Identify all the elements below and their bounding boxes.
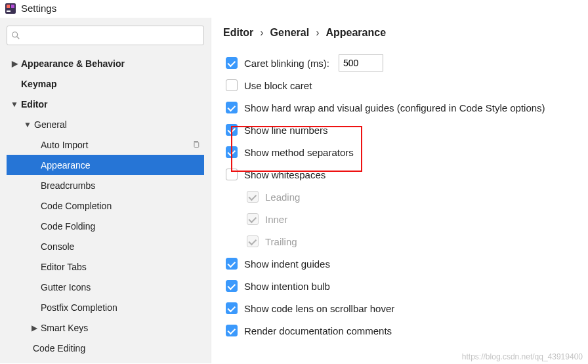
search-icon <box>11 31 20 40</box>
option-label: Show hard wrap and visual guides (config… <box>244 102 545 113</box>
option-hard-wrap: Show hard wrap and visual guides (config… <box>223 96 576 119</box>
leading-checkbox <box>247 191 259 203</box>
search-input[interactable] <box>7 26 204 45</box>
intention-bulb-checkbox[interactable] <box>226 280 238 292</box>
sidebar-item-label: Keymap <box>21 79 56 89</box>
sidebar-item-general[interactable]: ▼ General <box>7 114 204 134</box>
option-inner: Inner <box>223 208 576 230</box>
option-label: Show code lens on scrollbar hover <box>244 303 394 314</box>
svg-rect-2 <box>11 5 14 8</box>
sidebar-item-label: Breadcrumbs <box>41 180 95 191</box>
option-label: Inner <box>265 214 287 225</box>
sidebar-item-code-editing[interactable]: Code Editing <box>7 338 204 358</box>
sidebar-item-label: General <box>34 119 67 130</box>
option-block-caret: Use block caret <box>223 74 576 96</box>
option-trailing: Trailing <box>223 230 576 253</box>
svg-point-4 <box>12 32 18 37</box>
sidebar-item-label: Auto Import <box>41 140 88 150</box>
window-title: Settings <box>21 3 56 14</box>
svg-rect-1 <box>7 5 10 8</box>
search-wrap <box>7 26 204 45</box>
svg-line-5 <box>17 37 20 39</box>
option-caret-blinking: Caret blinking (ms): <box>223 52 576 74</box>
option-label: Show method separators <box>244 147 354 158</box>
sidebar-item-label: Console <box>41 241 74 252</box>
option-label: Use block caret <box>244 80 312 91</box>
sidebar-item-keymap[interactable]: Keymap <box>7 73 204 94</box>
sidebar-item-breadcrumbs[interactable]: Breadcrumbs <box>7 175 204 195</box>
sidebar-item-appearance[interactable]: Appearance <box>7 155 204 175</box>
option-label: Trailing <box>265 236 297 247</box>
breadcrumb-item[interactable]: General <box>270 27 310 39</box>
sidebar-item-gutter-icons[interactable]: Gutter Icons <box>7 277 204 297</box>
sidebar-item-auto-import[interactable]: Auto Import <box>7 134 204 155</box>
breadcrumb: Editor › General › Appearance <box>223 27 576 39</box>
option-whitespaces: Show whitespaces <box>223 163 576 186</box>
sidebar-item-editor[interactable]: ▼ Editor <box>7 94 204 114</box>
sidebar-item-label: Editor Tabs <box>41 262 87 272</box>
option-label: Show indent guides <box>244 258 330 270</box>
option-label: Show line numbers <box>244 125 328 136</box>
option-indent-guides: Show indent guides <box>223 253 576 275</box>
method-separators-checkbox[interactable] <box>226 146 238 158</box>
code-lens-checkbox[interactable] <box>226 302 238 314</box>
chevron-right-icon: ▶ <box>10 59 18 68</box>
option-label: Leading <box>265 192 300 203</box>
sidebar-item-appearance-behavior[interactable]: ▶ Appearance & Behavior <box>7 53 204 73</box>
chevron-down-icon: ▼ <box>24 120 32 129</box>
app-icon <box>5 3 16 14</box>
breadcrumb-item[interactable]: Editor <box>223 27 253 39</box>
chevron-right-icon: › <box>260 27 263 39</box>
sidebar-item-code-completion[interactable]: Code Completion <box>7 195 204 216</box>
settings-tree: ▶ Appearance & Behavior Keymap ▼ Editor … <box>7 53 204 358</box>
title-bar: Settings <box>0 0 588 18</box>
sidebar-item-console[interactable]: Console <box>7 236 204 256</box>
option-method-separators: Show method separators <box>223 141 576 163</box>
option-label: Show intention bulb <box>244 281 330 292</box>
sidebar-item-label: Appearance <box>41 160 91 171</box>
sidebar-item-label: Smart Keys <box>41 323 88 333</box>
option-intention-bulb: Show intention bulb <box>223 275 576 297</box>
indent-guides-checkbox[interactable] <box>226 258 238 270</box>
svg-rect-6 <box>194 142 199 148</box>
inner-checkbox <box>247 213 259 225</box>
whitespaces-checkbox[interactable] <box>226 169 238 180</box>
line-numbers-checkbox[interactable] <box>226 124 238 136</box>
sidebar-item-label: Gutter Icons <box>41 282 91 293</box>
sidebar-item-editor-tabs[interactable]: Editor Tabs <box>7 256 204 277</box>
option-label: Show whitespaces <box>244 169 326 180</box>
option-code-lens: Show code lens on scrollbar hover <box>223 297 576 319</box>
svg-rect-3 <box>7 10 10 12</box>
caret-blinking-checkbox[interactable] <box>226 57 238 69</box>
sidebar-item-label: Code Folding <box>41 221 95 232</box>
sidebar-item-label: Code Completion <box>41 201 112 211</box>
sidebar-item-label: Code Editing <box>33 343 85 354</box>
main-panel: Editor › General › Appearance Caret blin… <box>211 18 588 363</box>
option-label: Render documentation comments <box>244 325 392 336</box>
option-leading: Leading <box>223 186 576 208</box>
sidebar-item-postfix-completion[interactable]: Postfix Completion <box>7 297 204 317</box>
sidebar-item-code-folding[interactable]: Code Folding <box>7 216 204 236</box>
sidebar-item-label: Editor <box>21 99 47 110</box>
sidebar-item-label: Postfix Completion <box>41 302 117 313</box>
option-render-doc: Render documentation comments <box>223 319 576 342</box>
caret-blinking-input[interactable] <box>339 54 383 71</box>
sidebar-item-smart-keys[interactable]: ▶ Smart Keys <box>7 317 204 338</box>
chevron-right-icon: › <box>316 27 319 39</box>
render-doc-checkbox[interactable] <box>226 325 238 336</box>
chevron-right-icon: ▶ <box>30 323 38 333</box>
sidebar-item-label: Appearance & Behavior <box>21 58 125 69</box>
option-line-numbers: Show line numbers <box>223 119 576 141</box>
chevron-down-icon: ▼ <box>10 100 18 109</box>
option-label: Caret blinking (ms): <box>244 58 329 69</box>
block-caret-checkbox[interactable] <box>226 79 238 91</box>
hard-wrap-checkbox[interactable] <box>226 102 238 113</box>
sidebar: ▶ Appearance & Behavior Keymap ▼ Editor … <box>0 18 211 363</box>
breadcrumb-item: Appearance <box>326 27 386 39</box>
copy-icon <box>192 140 200 150</box>
trailing-checkbox <box>247 235 259 247</box>
